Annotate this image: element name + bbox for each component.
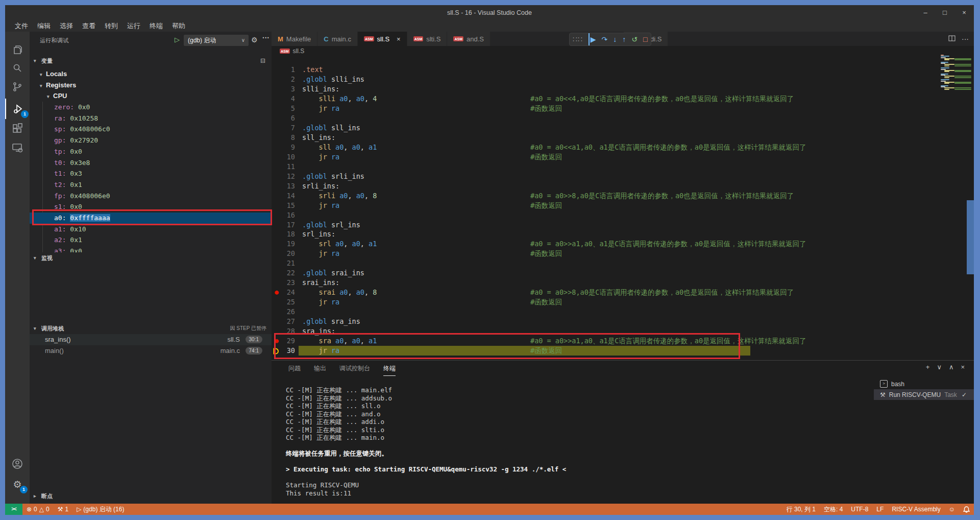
indentation-status[interactable]: 空格: 4	[820, 504, 847, 515]
line-number[interactable]: 27	[272, 317, 295, 326]
tree-item-locals[interactable]: ▾Locals	[30, 68, 272, 80]
line-number[interactable]: 18	[272, 229, 295, 239]
remote-indicator[interactable]: ><	[5, 504, 22, 515]
tab-Makefile[interactable]: MMakefile	[272, 32, 317, 46]
remote-explorer-icon[interactable]	[5, 137, 30, 158]
maximize-icon[interactable]: □	[935, 5, 954, 20]
collapse-all-icon[interactable]: ⊟	[260, 57, 265, 64]
code-line-28[interactable]: 28sra_ins:	[272, 326, 974, 336]
extensions-icon[interactable]	[5, 119, 30, 139]
tab-and.S[interactable]: ASMand.S	[447, 32, 491, 46]
code-line-22[interactable]: 22.globl srai_ins	[272, 268, 974, 278]
line-number[interactable]: 25	[272, 297, 295, 307]
explorer-icon[interactable]	[5, 40, 30, 60]
register-row-gp[interactable]: gp: 0x27920	[30, 135, 272, 146]
code-line-19[interactable]: 19 srl a0, a0, a1#a0 = a0>>a1,a0、a1是C语言调…	[272, 239, 974, 249]
launch-config-dropdown[interactable]: (gdb) 启动 ∨	[184, 35, 249, 46]
encoding-status[interactable]: UTF-8	[847, 504, 872, 515]
code-line-25[interactable]: 25 jr ra#函数返回	[272, 297, 974, 307]
tab-main.c[interactable]: Cmain.c	[317, 32, 358, 46]
code-line-18[interactable]: 18srl_ins:	[272, 229, 974, 239]
code-line-7[interactable]: 7.globl sll_ins	[272, 123, 974, 133]
line-number[interactable]: 5	[272, 104, 295, 113]
line-number[interactable]: 21	[272, 258, 295, 268]
code-line-21[interactable]: 21	[272, 258, 974, 268]
code-line-20[interactable]: 20 jr ra#函数返回	[272, 249, 974, 258]
breadcrumb[interactable]: ASM sll.S	[272, 46, 974, 56]
line-number[interactable]: 6	[272, 113, 295, 123]
language-mode[interactable]: RISC-V Assembly	[888, 504, 944, 515]
watch-section-header[interactable]: ▾ 监视	[30, 252, 272, 264]
step-into-button[interactable]: ↓	[613, 33, 617, 45]
step-out-button[interactable]: ↑	[622, 33, 626, 45]
menu-item-6[interactable]: 终端	[145, 21, 167, 31]
tasks-status[interactable]: ⚒ 1	[54, 504, 72, 515]
code-line-12[interactable]: 12.globl srli_ins	[272, 172, 974, 181]
panel-tab-3[interactable]: 终端	[383, 361, 396, 376]
continue-button[interactable]: ▶	[589, 33, 596, 45]
register-row-t0[interactable]: t0: 0x3e8	[30, 157, 272, 169]
restart-button[interactable]: ↺	[631, 33, 638, 45]
code-line-13[interactable]: 13srli_ins:	[272, 181, 974, 191]
register-row-tp[interactable]: tp: 0x0	[30, 146, 272, 157]
breakpoints-section-header[interactable]: ▸ 断点	[30, 490, 272, 502]
line-number[interactable]: 10	[272, 152, 295, 162]
line-number[interactable]: 22	[272, 268, 295, 278]
line-number[interactable]: 13	[272, 181, 295, 191]
code-line-5[interactable]: 5 jr ra#函数返回	[272, 104, 974, 113]
code-line-8[interactable]: 8sll_ins:	[272, 133, 974, 143]
close-icon[interactable]: ×	[397, 35, 401, 43]
stop-button[interactable]: □	[643, 33, 647, 45]
line-number[interactable]: 4	[272, 94, 295, 104]
eol-status[interactable]: LF	[872, 504, 888, 515]
menu-item-4[interactable]: 转到	[100, 21, 122, 31]
terminal-output[interactable]: CC -[M] 正在构建 ... main.elfCC -[M] 正在构建 ..…	[286, 386, 566, 497]
register-row-fp[interactable]: fp: 0x408006e0	[30, 191, 272, 202]
register-row-a1[interactable]: a1: 0x10	[30, 224, 272, 235]
code-line-24[interactable]: 24● srai a0, a0, 8#a0 = a0>>8,a0是C语言调用者传…	[272, 288, 974, 297]
code-line-1[interactable]: 1.text	[272, 65, 974, 75]
line-number[interactable]: 17	[272, 220, 295, 230]
close-panel-icon[interactable]: ×	[961, 363, 965, 371]
menu-item-0[interactable]: 文件	[10, 21, 33, 31]
more-actions-icon[interactable]: ···	[962, 35, 969, 43]
line-number[interactable]: 1	[272, 65, 295, 75]
line-number[interactable]: 20	[272, 249, 295, 258]
code-line-9[interactable]: 9 sll a0, a0, a1#a0 = a0<<a1,a0、a1是C语言调用…	[272, 143, 974, 152]
panel-tab-2[interactable]: 调试控制台	[339, 361, 370, 375]
code-line-4[interactable]: 4 slli a0, a0, 4#a0 = a0<<4,a0是C语言调用者传递的…	[272, 94, 974, 104]
minimize-icon[interactable]: –	[916, 5, 935, 20]
tree-item-cpu[interactable]: ▾CPU	[30, 90, 272, 102]
tree-item-registers[interactable]: ▾Registers	[30, 80, 272, 91]
terminal-dropdown-icon[interactable]: ∨	[937, 363, 942, 371]
code-line-2[interactable]: 2.globl slli_ins	[272, 75, 974, 84]
register-row-zero[interactable]: zero: 0x0	[30, 102, 272, 113]
menu-item-2[interactable]: 选择	[55, 21, 78, 31]
tab-slti.S[interactable]: ASMslti.S	[407, 32, 448, 46]
register-row-sp[interactable]: sp: 0x408006c0	[30, 124, 272, 135]
notifications-bell-icon[interactable]	[959, 504, 974, 515]
cursor-position[interactable]: 行 30, 列 1	[782, 504, 820, 515]
feedback-icon[interactable]: ☺	[945, 504, 959, 515]
breakpoint-icon[interactable]: ●	[275, 336, 279, 346]
menu-item-3[interactable]: 查看	[78, 21, 100, 31]
line-number[interactable]: 12	[272, 172, 295, 181]
register-row-t2[interactable]: t2: 0x1	[30, 179, 272, 191]
code-line-10[interactable]: 10 jr ra#函数返回	[272, 152, 974, 162]
line-number[interactable]: 11	[272, 162, 295, 172]
callstack-frame-1[interactable]: main()main.c74:1	[30, 345, 272, 357]
register-row-s1[interactable]: s1: 0x0	[30, 201, 272, 212]
minimap[interactable]	[939, 55, 974, 93]
line-number[interactable]: 26	[272, 307, 295, 317]
split-editor-icon[interactable]	[948, 35, 955, 43]
terminal-list-item-0[interactable]: >bash	[874, 379, 974, 389]
code-line-30[interactable]: 30 jr ra#函数返回	[272, 346, 974, 356]
debug-session-status[interactable]: ▷ (gdb) 启动 (16)	[72, 504, 128, 515]
breakpoint-icon[interactable]: ●	[275, 288, 279, 297]
debug-settings-gear-icon[interactable]: ⚙	[251, 36, 258, 44]
panel-tab-1[interactable]: 输出	[314, 361, 326, 375]
code-line-17[interactable]: 17.globl srl_ins	[272, 220, 974, 230]
code-line-11[interactable]: 11	[272, 162, 974, 172]
line-number[interactable]: 9	[272, 143, 295, 152]
code-line-27[interactable]: 27.globl sra_ins	[272, 317, 974, 326]
